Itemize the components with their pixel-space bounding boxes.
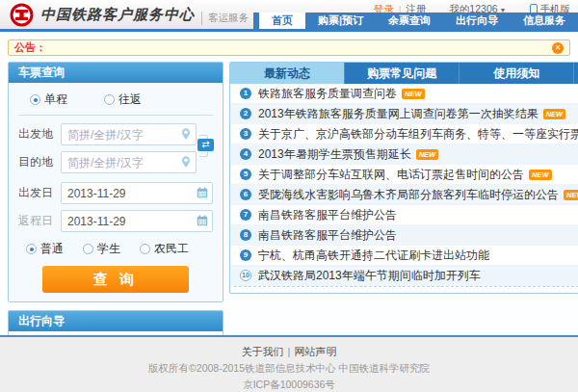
travel-guide-title: 出行向导: [9, 311, 223, 331]
china-railway-logo-icon: [10, 3, 34, 27]
tab-latest-news[interactable]: 最新动态: [230, 63, 345, 84]
from-station-label: 出发地: [18, 126, 61, 143]
swap-stations-icon[interactable]: ⇄: [197, 139, 214, 151]
site-subtitle: 客运服务: [201, 12, 249, 25]
news-item[interactable]: 10武汉铁路局2013年端午节期间临时加开列车: [230, 266, 578, 286]
new-badge: NEW: [416, 149, 439, 160]
from-station-row: 出发地: [18, 123, 197, 145]
news-item[interactable]: 7南昌铁路客服平台维护公告: [230, 205, 578, 225]
announcement-bar: 公告： ✕: [8, 39, 570, 56]
radio-oneway[interactable]: 单程: [30, 91, 67, 108]
query-button[interactable]: 查 询: [42, 266, 189, 293]
tab-regulations[interactable]: 相关规章: [574, 63, 578, 84]
nav-tab-info-service[interactable]: 信息服务: [511, 13, 578, 29]
return-date-row: 返程日: [18, 210, 213, 232]
nav-tab-booking[interactable]: 购票|预订: [305, 13, 376, 29]
about-us-link[interactable]: 关于我们: [242, 346, 284, 357]
nav-tab-home[interactable]: 首页: [259, 13, 305, 29]
radio-icon: [140, 244, 150, 254]
item-number-badge: 4: [240, 148, 251, 160]
tab-usage-notice[interactable]: 使用须知: [460, 63, 574, 84]
announcement-label: 公告：: [14, 40, 46, 55]
item-number-badge: 1: [240, 88, 251, 99]
radio-icon: [30, 94, 40, 105]
item-number-badge: 3: [240, 128, 251, 140]
station-group: ⇄ 出发地 目的地: [18, 123, 213, 173]
logo: 中国铁路客户服务中心 客运服务: [10, 3, 249, 27]
news-item[interactable]: 3关于京广、京沪高铁部分动车组列车商务、特等、一等座实行票价特惠的公告NEW: [230, 124, 578, 144]
radio-icon: [83, 244, 93, 254]
new-badge: NEW: [402, 89, 425, 99]
footer: 关于我们|网站声明 版权所有©2008-2015铁道部信息技术中心 中国铁道科学…: [0, 335, 578, 392]
icp-number: 京ICP备10009636号: [0, 379, 578, 392]
new-badge: NEW: [564, 190, 578, 200]
close-icon[interactable]: ✕: [552, 42, 564, 54]
news-tabs: 最新动态 购票常见问题 使用须知 相关规章: [230, 63, 578, 84]
ticket-query-title: 车票查询: [9, 63, 223, 83]
news-list: 1铁路旅客服务质量调查问卷NEW 22013年铁路旅客服务质量网上调查问卷第一次…: [230, 84, 578, 286]
news-panel: 最新动态 购票常见问题 使用须知 相关规章 1铁路旅客服务质量调查问卷NEW 2…: [229, 62, 578, 294]
depart-date-row: 出发日: [18, 182, 213, 204]
item-number-badge: 8: [240, 229, 251, 241]
nav-tab-travel-guide[interactable]: 出行向导: [443, 13, 511, 29]
item-number-badge: 7: [240, 209, 251, 221]
news-item[interactable]: 6受陇海线水害影响乌鲁木齐局部分旅客列车临时停运的公告NEW: [230, 185, 578, 205]
radio-icon: [26, 244, 37, 254]
radio-migrant-worker[interactable]: 农民工: [140, 241, 189, 257]
tab-booking-faq[interactable]: 购票常见问题: [345, 63, 460, 84]
news-item[interactable]: 5关于调整部分车站互联网、电话订票起售时间的公告NEW: [230, 165, 578, 185]
ticket-query-form: 单程 往返 ⇄ 出发地 目的地: [9, 83, 223, 301]
footer-links: 关于我们|网站声明: [0, 345, 578, 359]
news-item[interactable]: 9宁杭、杭甬高铁开通持二代证刷卡进出站功能: [230, 246, 578, 266]
nav-tab-remaining-tickets[interactable]: 余票查询: [376, 13, 443, 29]
return-date-input[interactable]: [61, 210, 213, 232]
radio-roundtrip[interactable]: 往返: [104, 91, 142, 108]
from-station-input[interactable]: [61, 123, 197, 145]
main-nav: 首页 购票|预订 余票查询 出行向导 信息服务: [253, 13, 578, 29]
item-number-badge: 6: [240, 189, 251, 200]
site-title: 中国铁路客户服务中心: [40, 6, 195, 24]
trip-type-group: 单程 往返: [18, 90, 213, 116]
location-pin-icon: [179, 127, 193, 141]
ticket-query-panel: 车票查询 单程 往返 ⇄ 出发地: [8, 62, 223, 302]
new-badge: NEW: [543, 109, 566, 119]
item-number-badge: 5: [240, 169, 251, 180]
to-station-label: 目的地: [18, 154, 61, 170]
radio-student[interactable]: 学生: [83, 241, 120, 257]
item-number-badge: 2: [240, 108, 251, 119]
depart-date-label: 出发日: [18, 185, 61, 201]
item-number-badge: 10: [240, 270, 251, 281]
new-badge: NEW: [529, 170, 552, 180]
passenger-type-group: 普通 学生 农民工: [18, 238, 213, 266]
depart-date-input[interactable]: [61, 182, 213, 204]
site-statement-link[interactable]: 网站声明: [294, 346, 336, 357]
news-list-footer: [234, 286, 578, 293]
calendar-icon: [196, 186, 209, 199]
copyright-text: 版权所有©2008-2015铁道部信息技术中心 中国铁道科学研究院: [0, 362, 578, 376]
return-date-label: 返程日: [18, 213, 61, 229]
radio-normal[interactable]: 普通: [26, 241, 64, 257]
news-item[interactable]: 42013年暑期学生票预售期延长NEW: [230, 144, 578, 165]
header: 中国铁路客户服务中心 客运服务 登录 | 注册 我的12306▼ 手机版 首页 …: [0, 0, 578, 32]
date-group: 出发日 返程日: [18, 182, 213, 232]
radio-icon: [104, 94, 115, 105]
news-item[interactable]: 22013年铁路旅客服务质量网上调查问卷第一次抽奖结果NEW: [230, 104, 578, 124]
news-item[interactable]: 1铁路旅客服务质量调查问卷NEW: [230, 84, 578, 104]
footer-separator: |: [288, 346, 291, 357]
item-number-badge: 9: [240, 249, 251, 261]
calendar-icon: [196, 214, 209, 227]
news-item[interactable]: 8南昌铁路客服平台维护公告: [230, 225, 578, 246]
to-station-input[interactable]: [61, 151, 197, 173]
location-pin-icon: [179, 155, 193, 169]
to-station-row: 目的地: [18, 151, 197, 173]
